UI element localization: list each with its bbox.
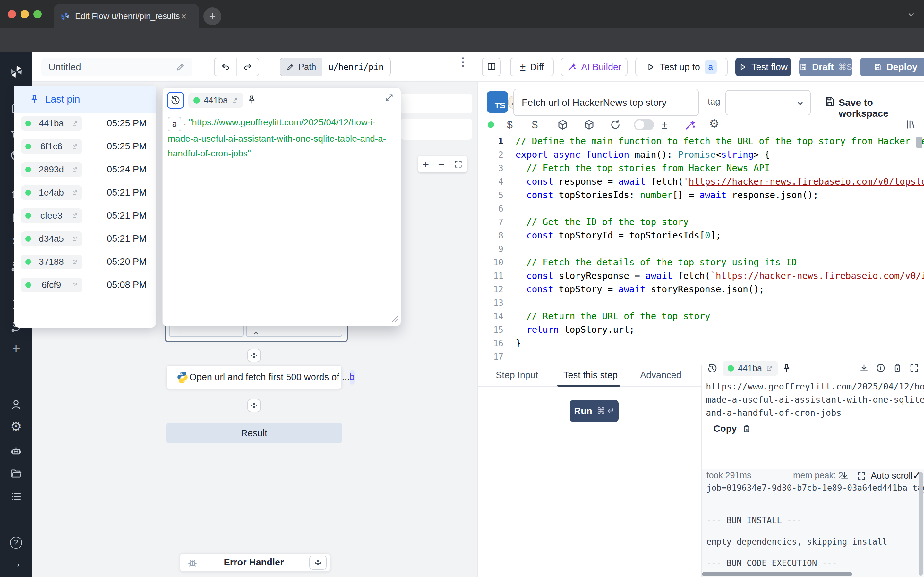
package-icon[interactable] bbox=[557, 119, 569, 131]
download-logs-icon[interactable] bbox=[840, 471, 850, 481]
code-line[interactable]: 11 const storyResponse = await fetch(`ht… bbox=[478, 269, 924, 283]
expand-result-icon[interactable] bbox=[909, 363, 919, 373]
collapse-chevron-icon[interactable] bbox=[251, 329, 261, 337]
expand-popup-icon[interactable] bbox=[384, 93, 394, 102]
docs-button[interactable] bbox=[482, 58, 501, 76]
external-link-icon[interactable] bbox=[766, 365, 773, 372]
external-link-icon[interactable] bbox=[71, 143, 78, 150]
external-link-icon[interactable] bbox=[71, 189, 78, 196]
tab-advanced[interactable]: Advanced bbox=[640, 370, 682, 380]
more-options-icon[interactable]: ⋮ bbox=[457, 55, 469, 69]
code-line[interactable]: 8 const topStoryId = topStoriesIds[0]; bbox=[478, 229, 924, 242]
windmill-logo[interactable] bbox=[8, 64, 24, 79]
insert-step-button[interactable] bbox=[247, 349, 261, 362]
pin-icon[interactable] bbox=[247, 95, 257, 105]
tab-search-chevron-icon[interactable] bbox=[906, 10, 916, 20]
code-line[interactable]: 10 // Fetch the details of the top story… bbox=[478, 256, 924, 269]
test-up-to-button[interactable]: Test up to a bbox=[635, 58, 728, 76]
sidebar-item-workers[interactable] bbox=[10, 445, 22, 457]
code-line[interactable]: 4 const response = await fetch('https://… bbox=[478, 175, 924, 189]
history-icon[interactable] bbox=[707, 363, 717, 374]
path-button[interactable]: Path u/henri/pin bbox=[280, 58, 391, 76]
pin-row[interactable]: 2893d05:24 PM bbox=[15, 162, 156, 177]
fit-view-icon[interactable] bbox=[454, 160, 463, 169]
library-icon[interactable] bbox=[905, 119, 916, 130]
log-panel[interactable]: took 291ms mem peak: 2 Auto scroll ✓ job… bbox=[702, 469, 924, 577]
log-hscrollbar[interactable] bbox=[702, 572, 852, 576]
external-link-icon[interactable] bbox=[71, 259, 78, 265]
history-button[interactable] bbox=[167, 92, 184, 109]
sidebar-item-audit-logs[interactable] bbox=[10, 490, 22, 503]
pin-row[interactable]: 3718805:20 PM bbox=[15, 255, 156, 269]
copy-button[interactable]: Copy bbox=[714, 424, 751, 434]
test-flow-button[interactable]: Test flow bbox=[735, 58, 791, 76]
undo-button[interactable] bbox=[215, 62, 236, 72]
pin-id-pill[interactable]: 1e4ab bbox=[21, 185, 82, 200]
run-id-pill[interactable]: 441ba bbox=[722, 361, 778, 376]
pin-id-pill[interactable]: 441ba bbox=[21, 116, 82, 131]
pin-row[interactable]: 441ba05:25 PM bbox=[15, 116, 156, 131]
flow-name-field[interactable]: Untitled bbox=[41, 58, 192, 76]
new-tab-button[interactable]: + bbox=[204, 7, 221, 25]
resources-icon[interactable]: $ bbox=[532, 119, 538, 131]
window-zoom-button[interactable] bbox=[33, 10, 42, 18]
info-icon[interactable] bbox=[876, 363, 885, 373]
external-link-icon[interactable] bbox=[232, 97, 238, 103]
code-line[interactable]: 13 bbox=[478, 296, 924, 309]
pin-id-pill[interactable]: 6fcf9 bbox=[21, 277, 82, 292]
insert-step-button[interactable] bbox=[247, 399, 261, 412]
external-link-icon[interactable] bbox=[71, 282, 78, 288]
code-line[interactable]: 7 // Get the ID of the top story bbox=[478, 215, 924, 229]
code-line[interactable]: 17 bbox=[478, 350, 924, 364]
flow-step-node[interactable]: Open url and fetch first 500 words of ..… bbox=[166, 365, 342, 389]
zoom-out-button[interactable]: − bbox=[438, 158, 444, 171]
expand-logs-icon[interactable] bbox=[857, 471, 866, 481]
ai-builder-button[interactable]: AI Builder bbox=[561, 58, 628, 76]
save-to-workspace-button[interactable]: Save to workspace bbox=[838, 97, 924, 119]
code-line[interactable]: 1// Define the main function to fetch th… bbox=[478, 135, 924, 148]
code-line[interactable]: 16} bbox=[478, 337, 924, 350]
package-alt-icon[interactable] bbox=[583, 119, 595, 131]
tab-test-this-step[interactable]: Test this step bbox=[564, 370, 618, 380]
code-editor[interactable]: 1// Define the main function to fetch th… bbox=[478, 135, 924, 366]
download-result-icon[interactable] bbox=[859, 363, 869, 373]
external-link-icon[interactable] bbox=[71, 213, 78, 219]
edit-pencil-icon[interactable] bbox=[176, 62, 185, 72]
pin-row[interactable]: cfee305:21 PM bbox=[15, 208, 156, 223]
window-close-button[interactable] bbox=[8, 10, 16, 18]
pin-id-pill[interactable]: 37188 bbox=[21, 255, 82, 269]
step-summary-input[interactable]: Fetch url of HackerNews top story bbox=[513, 89, 699, 116]
external-link-icon[interactable] bbox=[71, 166, 78, 173]
pin-row[interactable]: 1e4ab05:21 PM bbox=[15, 185, 156, 200]
deploy-button[interactable]: Deploy bbox=[860, 58, 924, 76]
draft-button[interactable]: Draft⌘S bbox=[799, 58, 852, 76]
external-link-icon[interactable] bbox=[71, 235, 78, 242]
window-minimize-button[interactable] bbox=[21, 10, 29, 18]
sidebar-item-add[interactable]: + bbox=[10, 340, 22, 353]
browser-tab[interactable]: Edit Flow u/henri/pin_results × bbox=[54, 4, 199, 28]
code-line[interactable]: 12 const topStory = await storyResponse.… bbox=[478, 283, 924, 296]
pin-id-pill[interactable]: d34a5 bbox=[21, 231, 82, 246]
pin-id-pill[interactable]: 6f1c6 bbox=[21, 139, 82, 154]
refresh-icon[interactable] bbox=[610, 119, 621, 131]
pin-id-pill[interactable]: 2893d bbox=[21, 162, 82, 177]
zoom-in-button[interactable]: + bbox=[423, 158, 429, 171]
sidebar-item-settings[interactable]: ⚙ bbox=[10, 419, 22, 431]
last-pin-header[interactable]: Last pin bbox=[15, 86, 156, 113]
add-error-handler-button[interactable] bbox=[309, 556, 326, 570]
redo-button[interactable] bbox=[237, 62, 259, 72]
pin-row[interactable]: 6fcf905:08 PM bbox=[15, 277, 156, 292]
ai-gen-icon[interactable] bbox=[684, 119, 696, 131]
code-line[interactable]: 2export async function main(): Promise<s… bbox=[478, 148, 924, 161]
run-button[interactable]: Run ⌘ bbox=[570, 400, 619, 422]
code-line[interactable]: 5 const topStoriesIds: number[] = await … bbox=[478, 189, 924, 202]
sidebar-item-help[interactable]: ? bbox=[10, 537, 22, 549]
tab-step-input[interactable]: Step Input bbox=[496, 370, 538, 380]
variables-icon[interactable]: $ bbox=[507, 119, 513, 131]
pin-row[interactable]: d34a505:21 PM bbox=[15, 231, 156, 246]
editor-scrollbar[interactable] bbox=[916, 137, 922, 148]
pin-icon[interactable] bbox=[782, 363, 792, 373]
tab-close-icon[interactable]: × bbox=[181, 11, 187, 22]
diff-mode-icon[interactable]: ± bbox=[662, 119, 668, 131]
result-node[interactable]: Result bbox=[166, 423, 342, 443]
